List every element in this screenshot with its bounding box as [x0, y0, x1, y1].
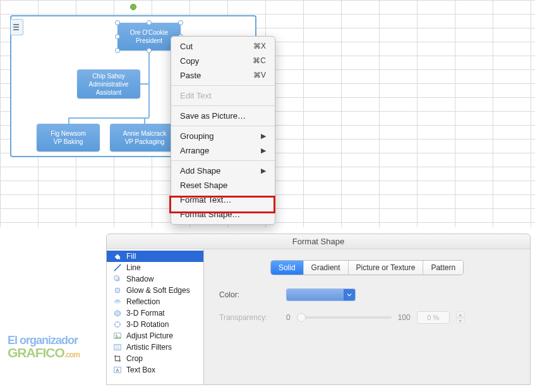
row-transparency: Transparency: 0 100 0 % ▲ ▼ — [219, 311, 515, 324]
sidebar-item-adjust-picture[interactable]: Adjust Picture — [107, 330, 203, 342]
submenu-arrow-icon: ▶ — [261, 165, 266, 176]
cube-icon — [113, 309, 122, 318]
sidebar-label: Text Box — [126, 365, 198, 374]
context-menu: Cut ⌘X Copy ⌘C Paste ⌘V Edit Text Save a… — [171, 36, 275, 225]
org-node-baking[interactable]: Fig Newsom VP Baking — [37, 124, 100, 151]
dialog-body: Fill Line Shadow Glow & Soft Edges Refle… — [107, 249, 530, 384]
watermark-text: GRAFICO — [8, 345, 64, 360]
transparency-value[interactable]: 0 % — [417, 311, 450, 324]
shortcut: ⌘C — [253, 56, 266, 66]
separator — [171, 160, 275, 161]
org-title: VP Baking — [39, 138, 97, 146]
color-picker[interactable] — [286, 288, 356, 301]
sidebar-item-fill[interactable]: Fill — [107, 251, 203, 262]
resize-handle[interactable] — [115, 34, 120, 39]
transparency-slider[interactable]: 0 100 0 % ▲ ▼ — [286, 311, 515, 324]
textbox-icon: A — [113, 365, 122, 374]
connector — [144, 117, 145, 124]
smartart-expand-icon[interactable] — [11, 19, 23, 35]
sidebar-label: Reflection — [126, 297, 198, 306]
tab-pattern[interactable]: Pattern — [423, 261, 463, 275]
shortcut: ⌘V — [253, 70, 266, 81]
menu-grouping[interactable]: Grouping ▶ — [171, 129, 275, 143]
sidebar-label: Shadow — [126, 275, 198, 283]
sidebar-item-text-box[interactable]: A Text Box — [107, 364, 203, 376]
color-swatch — [287, 289, 344, 300]
slider-thumb[interactable] — [297, 313, 306, 322]
svg-text:A: A — [116, 368, 119, 372]
menu-format-text[interactable]: Format Text… — [171, 193, 275, 207]
sidebar-item-3d-rotation[interactable]: 3-D Rotation — [107, 319, 203, 330]
sidebar-label: Crop — [126, 354, 198, 363]
dialog-sidebar: Fill Line Shadow Glow & Soft Edges Refle… — [107, 249, 204, 384]
menu-label: Copy — [180, 56, 199, 66]
sidebar-label: Adjust Picture — [126, 331, 198, 340]
slider-max: 100 — [398, 313, 411, 322]
sidebar-item-shadow[interactable]: Shadow — [107, 273, 203, 285]
org-node-admin[interactable]: Chip Sahoy Administrative Assistant — [77, 69, 140, 98]
tab-pic-tex[interactable]: Picture or Texture — [349, 261, 424, 275]
menu-copy[interactable]: Copy ⌘C — [171, 54, 275, 68]
sidebar-label: 3-D Format — [126, 309, 198, 318]
resize-handle[interactable] — [115, 20, 120, 25]
sidebar-item-reflection[interactable]: Reflection — [107, 296, 203, 307]
org-title: VP Packaging — [112, 138, 177, 146]
menu-label: Grouping — [180, 131, 213, 141]
menu-add-shape[interactable]: Add Shape ▶ — [171, 163, 275, 178]
watermark-line1: El organizador — [8, 335, 80, 346]
menu-label: Format Shape… — [180, 209, 240, 220]
tab-gradient[interactable]: Gradient — [304, 261, 349, 275]
transparency-stepper[interactable]: ▲ ▼ — [456, 311, 465, 324]
menu-format-shape[interactable]: Format Shape… — [171, 207, 275, 222]
menu-label: Arrange — [180, 145, 209, 156]
sidebar-label: Artistic Filters — [126, 343, 198, 352]
svg-rect-2 — [114, 276, 119, 280]
spreadsheet-canvas: Ore O'Cookie President Chip Sahoy Admini… — [0, 0, 535, 227]
menu-label: Paste — [180, 70, 201, 81]
tab-solid[interactable]: Solid — [271, 261, 304, 275]
sidebar-item-glow[interactable]: Glow & Soft Edges — [107, 285, 203, 296]
org-name: Fig Newsom — [39, 129, 97, 138]
slider-track[interactable] — [297, 316, 392, 319]
fill-type-segmented: Solid Gradient Picture or Texture Patter… — [271, 261, 463, 275]
org-node-packaging[interactable]: Annie Malcrack VP Packaging — [110, 124, 179, 151]
rotate-handle[interactable] — [130, 4, 136, 10]
dialog-content: Solid Gradient Picture or Texture Patter… — [204, 249, 530, 384]
crop-icon — [113, 354, 122, 363]
menu-save-picture[interactable]: Save as Picture… — [171, 109, 275, 123]
stepper-up-icon[interactable]: ▲ — [456, 311, 465, 318]
sidebar-item-3d-format[interactable]: 3-D Format — [107, 307, 203, 319]
sidebar-label: Fill — [126, 252, 198, 261]
menu-cut[interactable]: Cut ⌘X — [171, 39, 275, 54]
filters-icon — [113, 343, 122, 352]
connector — [68, 117, 149, 119]
resize-handle[interactable] — [178, 20, 183, 25]
stepper-down-icon[interactable]: ▼ — [456, 318, 465, 324]
slider-min: 0 — [286, 313, 291, 322]
svg-rect-3 — [116, 288, 120, 293]
submenu-arrow-icon: ▶ — [261, 131, 266, 141]
sidebar-item-crop[interactable]: Crop — [107, 353, 203, 364]
shortcut: ⌘X — [253, 41, 266, 52]
menu-paste[interactable]: Paste ⌘V — [171, 68, 275, 83]
org-name: Annie Malcrack — [112, 129, 177, 138]
reflection-icon — [113, 297, 122, 306]
row-color: Color: — [219, 288, 515, 301]
sidebar-item-line[interactable]: Line — [107, 262, 203, 273]
line-icon — [113, 263, 122, 272]
watermark-line2: GRAFICO.com — [8, 346, 80, 359]
svg-line-0 — [114, 264, 121, 271]
format-shape-dialog: Format Shape Fill Line Shadow Glow & Sof… — [106, 234, 531, 385]
resize-handle[interactable] — [115, 48, 120, 53]
menu-reset-shape[interactable]: Reset Shape — [171, 178, 275, 193]
resize-handle[interactable] — [147, 48, 152, 53]
transparency-label: Transparency: — [219, 313, 280, 322]
chevron-down-icon — [344, 289, 355, 300]
sidebar-item-artistic-filters[interactable]: Artistic Filters — [107, 342, 203, 353]
resize-handle[interactable] — [147, 20, 152, 25]
menu-label: Edit Text — [180, 90, 212, 101]
menu-arrange[interactable]: Arrange ▶ — [171, 143, 275, 158]
sidebar-label: Glow & Soft Edges — [126, 286, 198, 295]
separator — [171, 85, 275, 86]
sidebar-label: 3-D Rotation — [126, 320, 198, 329]
